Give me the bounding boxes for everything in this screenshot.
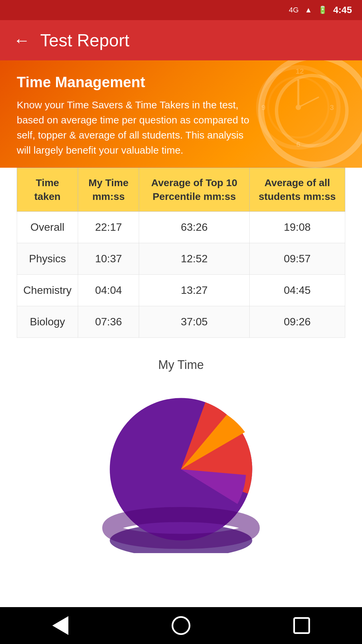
cell-avg-all: 19:08 [249, 212, 345, 243]
cell-my-time: 04:04 [78, 275, 139, 306]
cell-my-time: 07:36 [78, 306, 139, 338]
cell-subject: Overall [17, 212, 78, 243]
col-header-avg-all: Average of all students mm:ss [249, 168, 345, 212]
cell-avg-all: 09:26 [249, 306, 345, 338]
col-header-my-time: My Time mm:ss [78, 168, 139, 212]
col-header-subject: Time taken [17, 168, 78, 212]
banner-title: Time Management [17, 74, 345, 91]
pie-chart [97, 385, 265, 553]
status-bar: 4G ▲ 🔋 4:45 [0, 0, 362, 20]
back-button[interactable]: ← [13, 31, 30, 50]
table-header-row: Time taken My Time mm:ss Average of Top … [17, 168, 345, 212]
cell-my-time: 22:17 [78, 212, 139, 243]
cell-top10: 63:26 [139, 212, 249, 243]
time-table-wrapper: Time taken My Time mm:ss Average of Top … [0, 168, 362, 338]
svg-line-7 [298, 97, 318, 107]
signal-icon: ▲ [305, 6, 312, 14]
cell-subject: Chemistry [17, 275, 78, 306]
svg-point-8 [296, 105, 301, 110]
banner-description: Know your Time Savers & Time Takers in t… [17, 97, 258, 158]
table-row: Overall 22:17 63:26 19:08 [17, 212, 345, 243]
cell-top10: 13:27 [139, 275, 249, 306]
pie-chart-container [97, 385, 265, 553]
app-bar: ← Test Report [0, 20, 362, 60]
nav-recent-button[interactable] [288, 612, 315, 639]
cell-avg-all: 09:57 [249, 243, 345, 275]
svg-text:6: 6 [296, 140, 300, 149]
table-row: Physics 10:37 12:52 09:57 [17, 243, 345, 275]
cell-avg-all: 04:45 [249, 275, 345, 306]
table-row: Chemistry 04:04 13:27 04:45 [17, 275, 345, 306]
table-body: Overall 22:17 63:26 19:08 Physics 10:37 … [17, 212, 345, 338]
table-row: Biology 07:36 37:05 09:26 [17, 306, 345, 338]
nav-home-button[interactable] [168, 612, 194, 639]
chart-section: My Time [0, 338, 362, 560]
cell-subject: Physics [17, 243, 78, 275]
svg-text:3: 3 [330, 103, 334, 112]
battery-icon: 🔋 [318, 6, 327, 14]
time-management-table: Time taken My Time mm:ss Average of Top … [17, 168, 345, 338]
banner-section: 12 3 9 6 Time Management Know your Time … [0, 60, 362, 168]
nav-back-button[interactable] [47, 612, 74, 639]
clock-label: 4:45 [333, 5, 352, 15]
recent-square-icon [293, 617, 310, 634]
bottom-nav [0, 607, 362, 644]
svg-text:9: 9 [261, 103, 265, 112]
network-type-label: 4G [289, 6, 299, 14]
back-triangle-icon [52, 616, 68, 635]
chart-title: My Time [158, 358, 204, 372]
cell-top10: 12:52 [139, 243, 249, 275]
home-circle-icon [172, 616, 190, 635]
col-header-top10: Average of Top 10 Percentile mm:ss [139, 168, 249, 212]
cell-subject: Biology [17, 306, 78, 338]
cell-top10: 37:05 [139, 306, 249, 338]
page-title: Test Report [40, 30, 129, 50]
cell-my-time: 10:37 [78, 243, 139, 275]
